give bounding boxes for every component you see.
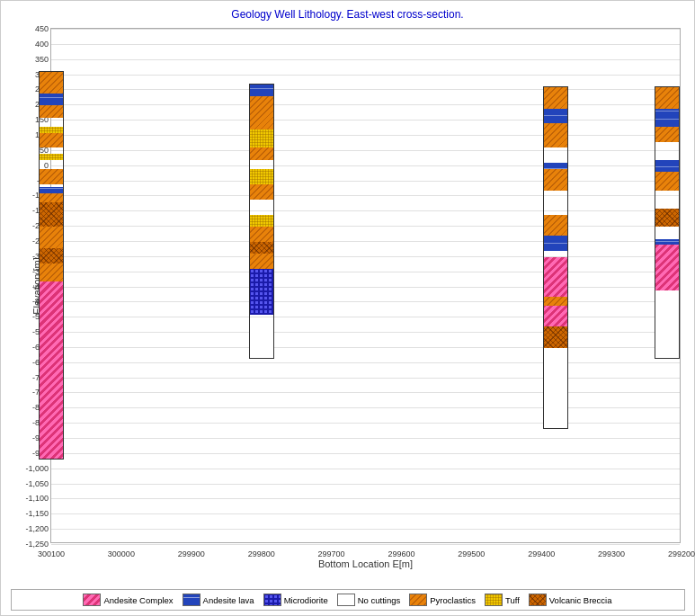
well-segment-tuff <box>40 127 63 133</box>
grid-line <box>51 484 680 485</box>
legend-swatch-andesite-lava <box>183 594 200 606</box>
well-segment-pyroclastics <box>544 123 567 147</box>
well-segment-pyroclastics <box>544 215 567 237</box>
x-tick-label: 299900 <box>178 549 205 558</box>
well-segment-pyroclastics <box>40 169 63 184</box>
legend-area: Andesite ComplexAndesite lavaMicrodiorit… <box>11 589 685 611</box>
well-segment-andesite-lava <box>250 85 273 96</box>
legend-swatch-volcanic-breccia <box>529 594 547 606</box>
grid-line <box>51 347 680 348</box>
grid-line <box>51 301 680 302</box>
grid-line <box>51 210 680 211</box>
well-segment-volcanic-breccia <box>250 242 273 254</box>
well-segment-andesite-lava <box>655 109 679 127</box>
grid-line <box>51 75 680 76</box>
legend-item-andesite-complex: Andesite Complex <box>83 594 173 606</box>
legend-swatch-andesite-complex <box>83 594 101 606</box>
grid-line <box>51 378 680 379</box>
legend-label-andesite-complex: Andesite Complex <box>103 595 173 605</box>
x-tick-label: 299200 <box>668 549 695 558</box>
y-tick-label: -1,000 <box>25 464 51 473</box>
grid-line <box>51 544 680 545</box>
well-segment-pyroclastics <box>250 147 273 159</box>
well-segment-tuff <box>250 129 273 147</box>
x-tick-label: 299800 <box>248 549 275 558</box>
grid-line <box>51 287 680 288</box>
well-column: AT-103 <box>39 71 64 459</box>
well-segment-pyroclastics <box>40 227 63 248</box>
well-segment-andesite-complex <box>544 306 567 327</box>
well-segment-andesite-lava <box>40 94 63 105</box>
y-tick-label: -1,200 <box>25 524 51 533</box>
well-segment-volcanic-breccia <box>655 209 679 227</box>
well-segment-pyroclastics <box>40 72 63 94</box>
well-column: AT-201 <box>655 86 680 359</box>
y-tick-label: -1,250 <box>25 540 51 549</box>
grid-line <box>51 226 680 227</box>
well-segment-pyroclastics <box>544 87 567 109</box>
well-segment-pyroclastics <box>250 96 273 129</box>
grid-line <box>51 332 680 333</box>
grid-line <box>51 165 680 166</box>
x-tick-label: 299300 <box>598 549 625 558</box>
grid-line <box>51 529 680 530</box>
grid-line <box>51 362 680 363</box>
grid-line <box>51 181 680 182</box>
legend-item-pyroclastics: Pyroclastics <box>409 594 476 606</box>
grid-line <box>51 29 680 30</box>
legend-swatch-no-cuttings <box>337 594 355 606</box>
grid-line <box>51 89 680 90</box>
legend-label-no-cuttings: No cuttings <box>358 595 401 605</box>
well-column: AT-105 <box>249 84 274 360</box>
y-tick-label: -1,050 <box>25 479 51 488</box>
grid-line <box>51 241 680 242</box>
well-segment-volcanic-breccia <box>40 202 63 227</box>
chart-title: Geology Well Lithology. East-west cross-… <box>1 1 694 21</box>
well-segment-tuff <box>40 154 63 160</box>
grid-line <box>51 104 680 105</box>
grid-line <box>51 407 680 408</box>
legend-swatch-tuff <box>485 594 503 606</box>
well-segment-pyroclastics <box>655 127 679 142</box>
grid-line <box>51 44 680 45</box>
legend-item-volcanic-breccia: Volcanic Breccia <box>529 594 612 606</box>
legend-item-no-cuttings: No cuttings <box>337 594 401 606</box>
y-tick-label: -1,100 <box>25 494 51 503</box>
grid-line <box>51 498 680 499</box>
y-tick-label: 400 <box>35 40 51 49</box>
grid-line <box>51 317 680 317</box>
legend-label-volcanic-breccia: Volcanic Breccia <box>549 595 612 605</box>
x-tick-label: 300000 <box>108 549 135 558</box>
well-column: AT-202 <box>543 86 568 429</box>
legend-item-andesite-lava: Andesite lava <box>183 594 254 606</box>
chart-container: Geology Well Lithology. East-west cross-… <box>0 0 695 616</box>
well-segment-pyroclastics <box>40 105 63 117</box>
well-segment-no-cuttings <box>655 290 679 360</box>
well-segment-pyroclastics <box>250 184 273 200</box>
grid-line <box>51 120 680 121</box>
well-segment-andesite-lava <box>544 109 567 124</box>
y-tick-label: 350 <box>35 55 51 64</box>
grid-line <box>51 392 680 393</box>
grid-line <box>51 150 680 151</box>
well-segment-andesite-complex <box>544 257 567 297</box>
x-tick-label: 299700 <box>318 549 345 558</box>
legend-item-microdiorite: Microdiorite <box>263 594 328 606</box>
grid-line <box>51 423 680 424</box>
x-tick-label: 299600 <box>388 549 414 558</box>
legend-label-tuff: Tuff <box>505 595 520 605</box>
chart-area: Elevation [m] Bottom Location E[m] 45040… <box>50 28 681 543</box>
well-segment-pyroclastics <box>655 172 679 190</box>
grid-line <box>51 59 680 60</box>
y-tick-label: -1,150 <box>25 509 51 518</box>
legend-item-tuff: Tuff <box>485 594 520 606</box>
well-segment-volcanic-breccia <box>40 248 63 263</box>
grid-line <box>51 438 680 439</box>
well-segment-pyroclastics <box>40 133 63 148</box>
well-segment-pyroclastics <box>40 263 63 281</box>
grid-line <box>51 135 680 136</box>
well-segment-pyroclastics <box>250 254 273 269</box>
x-tick-label: 299500 <box>458 549 485 558</box>
y-tick-label: 450 <box>35 24 51 33</box>
well-segment-pyroclastics <box>655 87 679 109</box>
